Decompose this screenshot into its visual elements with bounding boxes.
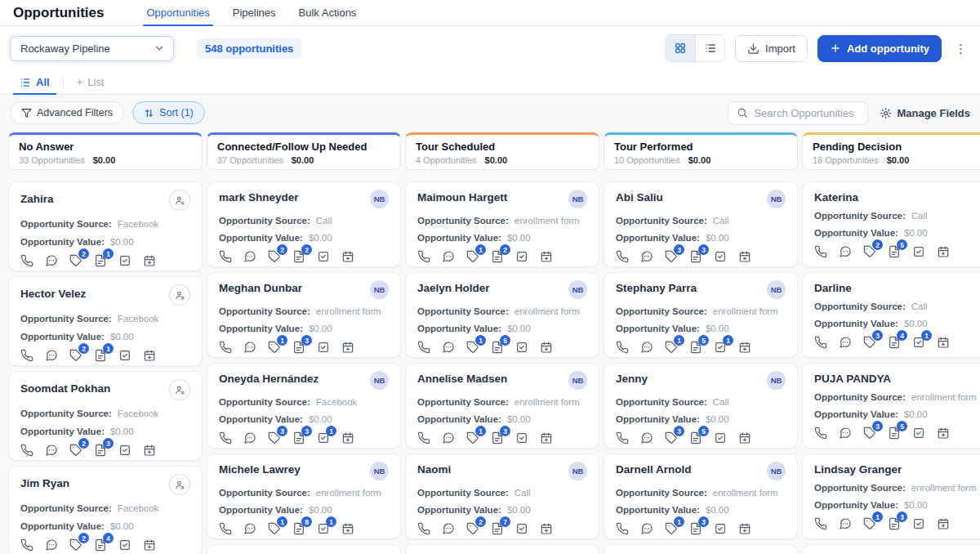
task-icon[interactable] [515,522,528,535]
task-icon[interactable] [912,427,925,440]
task-icon[interactable] [118,254,131,267]
assignee-avatar[interactable]: NB [568,371,587,390]
opportunity-count-badge[interactable]: 548 opportunities [197,38,301,59]
calendar-add-icon[interactable] [738,341,751,354]
opportunity-name[interactable]: Abi Saliu [616,191,663,203]
calendar-add-icon[interactable] [341,250,354,263]
phone-icon[interactable] [417,431,430,445]
tag-icon[interactable]: 3 [863,427,876,440]
chat-icon[interactable] [839,517,852,530]
opportunity-name[interactable]: Stephany Parra [616,282,697,294]
column-header[interactable]: Tour Performed 10 Opportunities $0.00 [604,132,798,170]
sort-button[interactable]: Sort (1) [132,101,205,124]
task-icon[interactable] [912,245,925,258]
tag-icon[interactable]: 3 [863,336,876,349]
tag-icon[interactable]: 2 [69,254,82,267]
calendar-add-icon[interactable] [143,254,156,267]
calendar-add-icon[interactable] [540,431,553,445]
calendar-add-icon[interactable] [937,245,950,258]
opportunity-name[interactable]: Soomdat Pokhan [20,382,110,395]
task-icon[interactable]: 1 [317,431,330,445]
search-input[interactable] [754,107,859,119]
note-icon[interactable]: 2 [491,250,504,263]
tag-icon[interactable]: 1 [863,517,876,530]
task-icon[interactable] [118,444,131,457]
task-icon[interactable] [714,250,727,263]
phone-icon[interactable] [814,517,827,530]
phone-icon[interactable] [20,254,33,267]
task-icon[interactable] [515,431,528,445]
assignee-avatar[interactable]: NB [370,371,389,390]
opportunity-card[interactable]: Meghan Dunbar NB Opportunity Source: enr… [207,272,401,358]
tab-bulk-actions[interactable]: Bulk Actions [287,0,368,26]
tag-icon[interactable]: 2 [863,245,876,258]
opportunity-name[interactable]: Michele Lawrey [219,463,301,476]
note-icon[interactable]: 1 [94,254,107,267]
opportunity-card[interactable]: Abi Saliu NB Opportunity Source: Call Op… [604,181,798,267]
opportunity-card[interactable] [207,544,401,554]
note-icon[interactable]: 3 [888,517,901,530]
note-icon[interactable]: 1 [94,349,107,362]
tab-opportunities[interactable]: Opportunities [135,0,220,26]
calendar-add-icon[interactable] [341,341,354,354]
assignee-avatar[interactable] [169,474,190,495]
opportunity-name[interactable]: Naomi [417,463,451,476]
calendar-add-icon[interactable] [143,538,156,552]
opportunity-card[interactable]: Stephany Parra NB Opportunity Source: en… [604,272,798,358]
assignee-avatar[interactable]: NB [767,462,786,480]
calendar-add-icon[interactable] [738,250,751,263]
opportunity-name[interactable]: Jim Ryan [20,477,69,489]
calendar-add-icon[interactable] [540,341,553,354]
opportunity-card[interactable]: PUJA PANDYA Opportunity Source: enrollme… [802,363,980,449]
chat-icon[interactable] [640,522,653,535]
phone-icon[interactable] [219,250,232,263]
task-icon[interactable] [515,250,528,263]
note-icon[interactable]: 4 [94,538,107,552]
assignee-avatar[interactable]: NB [767,190,786,208]
tab-pipelines[interactable]: Pipelines [221,0,287,26]
assignee-avatar[interactable] [169,284,190,306]
phone-icon[interactable] [616,522,629,535]
chat-icon[interactable] [45,444,58,457]
phone-icon[interactable] [814,427,827,440]
note-icon[interactable]: 5 [491,341,504,354]
tag-icon[interactable]: 2 [268,250,281,263]
opportunity-name[interactable]: Darline [814,282,852,294]
phone-icon[interactable] [417,522,430,535]
tag-icon[interactable]: 1 [665,341,678,354]
note-icon[interactable]: 5 [689,431,702,445]
tag-icon[interactable]: 2 [466,522,479,535]
opportunity-card[interactable]: Jaelyn Holder NB Opportunity Source: enr… [405,272,599,358]
opportunity-name[interactable]: Annelise Madsen [417,373,507,385]
task-icon[interactable] [317,250,330,263]
opportunity-name[interactable]: Zahira [20,193,54,205]
assignee-avatar[interactable] [169,190,190,211]
calendar-add-icon[interactable] [341,522,354,535]
chat-icon[interactable] [442,522,455,535]
phone-icon[interactable] [219,431,232,445]
chat-icon[interactable] [442,250,455,263]
column-header[interactable]: Pending Decision 18 Opportunities $0.00 [802,132,980,170]
opportunity-name[interactable]: Darnell Arnold [616,463,692,476]
phone-icon[interactable] [20,444,33,457]
calendar-add-icon[interactable] [937,517,950,530]
import-button[interactable]: Import [735,35,808,62]
task-icon[interactable]: 1 [317,522,330,535]
note-icon[interactable]: 4 [888,336,901,349]
opportunity-card[interactable]: Lindsay Granger Opportunity Source: enro… [802,453,980,539]
grid-view-button[interactable] [666,35,695,61]
task-icon[interactable] [317,341,330,354]
opportunity-card[interactable]: Naomi NB Opportunity Source: Call Opport… [405,453,599,539]
chat-icon[interactable] [243,341,256,354]
more-options-icon[interactable]: ⋮ [951,42,970,55]
opportunity-card[interactable] [405,544,599,554]
opportunity-card[interactable]: Darnell Arnold NB Opportunity Source: en… [604,453,798,539]
tag-icon[interactable]: 2 [69,444,82,457]
note-icon[interactable]: 5 [689,341,702,354]
task-icon[interactable] [912,517,925,530]
opportunity-card[interactable]: Soomdat Pokhan Opportunity Source: Faceb… [8,371,203,461]
chat-icon[interactable] [442,341,455,354]
note-icon[interactable]: 5 [888,245,901,258]
opportunity-name[interactable]: Hector Velez [20,288,86,300]
chat-icon[interactable] [243,431,256,445]
